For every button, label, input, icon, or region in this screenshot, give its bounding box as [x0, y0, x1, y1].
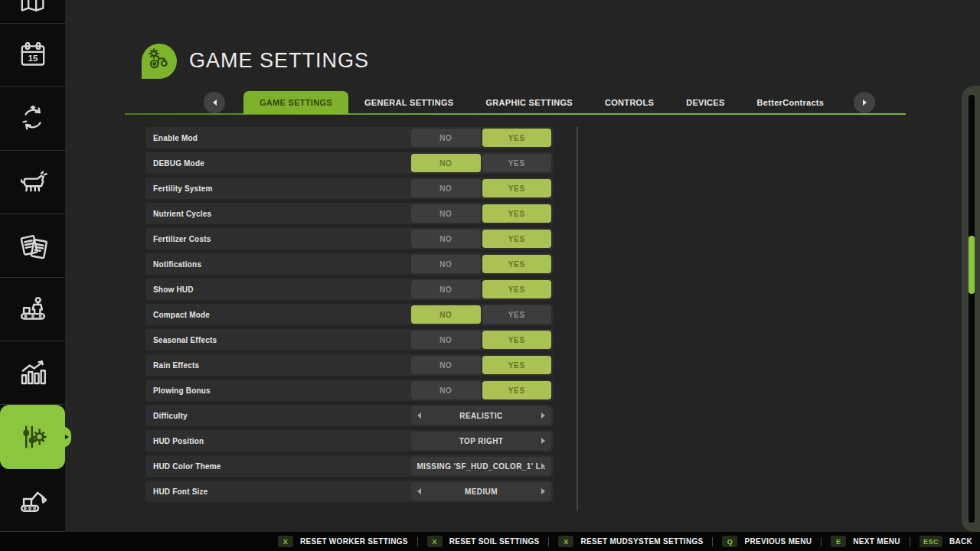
- toggle-yes-button[interactable]: YES: [482, 129, 552, 147]
- page-scrollbar-track[interactable]: [969, 95, 975, 523]
- keybind-next-menu[interactable]: ENEXT MENU: [831, 536, 900, 547]
- setting-label: Fertility System: [153, 184, 213, 193]
- setting-row: Compact ModeNOYES: [145, 304, 553, 325]
- sidebar-item-settings[interactable]: [0, 405, 65, 469]
- toggle-no-button[interactable]: NO: [411, 356, 481, 374]
- keybind-label: RESET MUDSYSTEM SETTINGS: [580, 537, 703, 546]
- setting-row: Plowing BonusNOYES: [145, 380, 553, 401]
- tabs-previous-button[interactable]: [204, 92, 225, 113]
- setting-label: Show HUD: [153, 285, 194, 294]
- selector-right-arrow-icon[interactable]: [541, 488, 545, 494]
- yes-no-toggle: NOYES: [411, 280, 551, 298]
- selector-value: TOP RIGHT: [459, 437, 504, 445]
- setting-row: HUD Font SizeMEDIUM: [145, 481, 553, 502]
- option-selector[interactable]: MEDIUM: [411, 482, 551, 500]
- toggle-yes-button[interactable]: YES: [482, 331, 552, 349]
- page-scrollbar-thumb[interactable]: [969, 236, 975, 294]
- footer-divider: [417, 537, 418, 546]
- toggle-no-button[interactable]: NO: [411, 305, 481, 324]
- toggle-no-button[interactable]: NO: [411, 154, 481, 172]
- yes-no-toggle: NOYES: [411, 255, 551, 273]
- sidebar-item-contracts[interactable]: [0, 214, 65, 278]
- svg-text:15: 15: [28, 53, 38, 63]
- sidebar-item-calendar[interactable]: 15: [0, 24, 65, 87]
- keybind-footer: XRESET WORKER SETTINGSXRESET SOIL SETTIN…: [0, 532, 980, 551]
- map-icon: [18, 0, 48, 17]
- selector-left-arrow-icon[interactable]: [417, 488, 421, 494]
- selector-right-arrow-icon[interactable]: [541, 438, 545, 444]
- selector-value: MEDIUM: [465, 487, 498, 496]
- toggle-no-button[interactable]: NO: [411, 204, 481, 223]
- keybind-reset-soil-settings[interactable]: XRESET SOIL SETTINGS: [427, 536, 540, 547]
- keybind-previous-menu[interactable]: QPREVIOUS MENU: [722, 536, 812, 547]
- toggle-yes-button[interactable]: YES: [482, 280, 552, 298]
- toggle-yes-button[interactable]: YES: [482, 356, 552, 374]
- sidebar-item-map[interactable]: [0, 0, 65, 24]
- calendar-icon: 15: [18, 40, 48, 70]
- setting-label: Notifications: [153, 260, 201, 269]
- key-badge: E: [831, 536, 846, 547]
- yes-no-toggle: NOYES: [411, 154, 551, 172]
- keybind-reset-mudsystem-settings[interactable]: XRESET MUDSYSTEM SETTINGS: [558, 536, 703, 547]
- setting-label: Compact Mode: [153, 311, 210, 319]
- yes-no-toggle: NOYES: [411, 305, 551, 324]
- tab-graphic-settings[interactable]: GRAPHIC SETTINGS: [469, 91, 589, 114]
- toggle-no-button[interactable]: NO: [411, 179, 481, 197]
- sidebar-item-statistics[interactable]: [0, 341, 65, 405]
- setting-label: HUD Position: [153, 437, 204, 445]
- sidebar-item-construction[interactable]: [0, 469, 65, 532]
- chevron-right-icon: [863, 99, 867, 106]
- selector-right-arrow-icon[interactable]: [541, 463, 545, 469]
- toggle-yes-button[interactable]: YES: [482, 154, 552, 172]
- selector-right-arrow-icon[interactable]: [541, 412, 545, 419]
- setting-row: NotificationsNOYES: [145, 253, 553, 275]
- tab-devices[interactable]: DEVICES: [670, 91, 740, 114]
- setting-label: Nutrient Cycles: [153, 210, 211, 218]
- setting-label: Difficulty: [153, 412, 188, 420]
- toggle-no-button[interactable]: NO: [411, 129, 481, 147]
- footer-divider: [910, 537, 910, 546]
- toggle-no-button[interactable]: NO: [411, 255, 481, 273]
- setting-label: Plowing Bonus: [153, 386, 211, 395]
- option-selector[interactable]: TOP RIGHT: [411, 432, 551, 450]
- setting-row: Nutrient CyclesNOYES: [145, 203, 553, 224]
- crop-rotation-icon: [18, 103, 48, 134]
- statistics-icon: [17, 357, 49, 389]
- key-badge: X: [278, 536, 293, 547]
- setting-row: Fertilizer CostsNOYES: [145, 228, 553, 249]
- toggle-no-button[interactable]: NO: [411, 230, 481, 248]
- toggle-yes-button[interactable]: YES: [482, 179, 552, 197]
- settings-icon: [17, 421, 49, 453]
- toggle-yes-button[interactable]: YES: [482, 305, 552, 324]
- toggle-no-button[interactable]: NO: [411, 280, 481, 298]
- toggle-yes-button[interactable]: YES: [482, 230, 552, 248]
- tab-controls[interactable]: CONTROLS: [589, 91, 670, 114]
- settings-scrollbar-track[interactable]: [577, 127, 578, 511]
- sidebar-item-animals[interactable]: [0, 151, 65, 214]
- sidebar-item-crop-rotation[interactable]: [0, 87, 65, 151]
- toggle-no-button[interactable]: NO: [411, 331, 481, 349]
- option-selector[interactable]: REALISTIC: [411, 406, 551, 425]
- toggle-yes-button[interactable]: YES: [482, 255, 552, 273]
- selector-left-arrow-icon[interactable]: [417, 412, 421, 419]
- tab-bettercontracts[interactable]: BetterContracts: [741, 91, 841, 114]
- production-icon: [17, 293, 49, 325]
- toggle-yes-button[interactable]: YES: [482, 204, 552, 223]
- yes-no-toggle: NOYES: [411, 331, 551, 349]
- setting-row: DifficultyREALISTIC: [145, 405, 553, 426]
- toggle-no-button[interactable]: NO: [411, 381, 481, 399]
- keybind-reset-worker-settings[interactable]: XRESET WORKER SETTINGS: [278, 536, 408, 547]
- setting-label: Fertilizer Costs: [153, 235, 211, 243]
- option-selector[interactable]: MISSING 'SF_HUD_COLOR_1' L..: [411, 457, 551, 475]
- keybind-label: RESET WORKER SETTINGS: [300, 537, 408, 546]
- tab-game-settings[interactable]: GAME SETTINGS: [243, 91, 348, 114]
- sidebar-item-production[interactable]: [0, 278, 65, 341]
- animals-icon: [17, 166, 49, 198]
- tabs-next-button[interactable]: [854, 92, 875, 113]
- keybind-back[interactable]: ESCBACK: [920, 536, 972, 547]
- key-badge: ESC: [920, 536, 942, 547]
- toggle-yes-button[interactable]: YES: [482, 381, 552, 399]
- contracts-icon: [17, 230, 49, 262]
- setting-row: Rain EffectsNOYES: [145, 354, 553, 376]
- tab-general-settings[interactable]: GENERAL SETTINGS: [348, 91, 469, 114]
